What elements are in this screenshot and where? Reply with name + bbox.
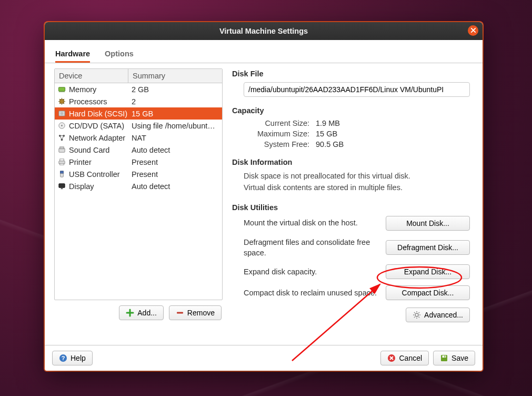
compact-disk-button[interactable]: Compact Disk... (386, 285, 470, 300)
device-name: USB Controller (69, 170, 120, 179)
cancel-icon (387, 354, 396, 362)
advanced-label: Advanced... (424, 311, 463, 319)
svg-point-5 (61, 125, 63, 126)
add-device-button[interactable]: Add... (119, 305, 164, 320)
table-row[interactable]: PrinterPresent (55, 156, 222, 168)
defragment-disk-button[interactable]: Defragment Disk... (386, 240, 470, 255)
device-summary: Using file /home/ubuntupit (128, 122, 222, 130)
plus-icon (126, 309, 134, 317)
disk-file-input[interactable] (244, 82, 470, 97)
remove-device-button[interactable]: Remove (169, 305, 222, 320)
svg-rect-14 (61, 171, 64, 174)
disk-file-title: Disk File (232, 70, 470, 78)
device-summary: Auto detect (128, 182, 222, 191)
svg-rect-12 (60, 159, 64, 161)
device-summary: Present (128, 158, 222, 166)
cpu-icon (58, 97, 66, 105)
device-table: Device Summary Memory2 GBProcessors2Hard… (54, 68, 223, 300)
tab-hardware[interactable]: Hardware (55, 49, 90, 63)
save-label: Save (451, 354, 468, 362)
device-summary: 15 GB (128, 110, 222, 118)
add-device-label: Add... (137, 309, 157, 317)
titlebar: Virtual Machine Settings (45, 22, 483, 40)
disk-icon (58, 110, 66, 117)
device-summary: Present (128, 170, 222, 179)
table-row[interactable]: USB ControllerPresent (55, 168, 222, 180)
gear-icon (413, 311, 421, 319)
column-header-device[interactable]: Device (55, 69, 128, 83)
system-free-label: System Free: (244, 140, 309, 148)
max-size-label: Maximum Size: (244, 130, 309, 138)
device-name: Sound Card (69, 146, 109, 154)
net-icon (58, 134, 66, 142)
device-summary: 2 GB (128, 85, 222, 94)
table-row[interactable]: Network AdapterNAT (55, 132, 222, 144)
window-close-button[interactable] (468, 25, 478, 36)
device-summary: 2 (128, 97, 222, 106)
table-row[interactable]: CD/DVD (SATA)Using file /home/ubuntupit (55, 120, 222, 132)
system-free-value: 90.5 GB (316, 140, 470, 148)
expand-disk-button[interactable]: Expand Disk... (386, 264, 470, 279)
device-table-header: Device Summary (55, 69, 222, 83)
disk-info-line2: Virtual disk contents are stored in mult… (244, 182, 470, 194)
svg-rect-18 (177, 312, 183, 314)
max-size-value: 15 GB (316, 130, 470, 138)
device-name: Display (69, 182, 94, 191)
table-row[interactable]: Processors2 (55, 95, 222, 107)
help-button[interactable]: ? Help (52, 351, 93, 365)
current-size-value: 1.9 MB (316, 119, 470, 127)
table-row[interactable]: DisplayAuto detect (55, 180, 222, 192)
table-row[interactable]: Sound CardAuto detect (55, 144, 222, 156)
svg-rect-25 (445, 356, 446, 358)
current-size-label: Current Size: (244, 119, 309, 127)
minus-icon (176, 309, 184, 317)
svg-rect-10 (60, 147, 64, 149)
cancel-button[interactable]: Cancel (380, 351, 429, 365)
save-button[interactable]: Save (433, 351, 475, 365)
defrag-desc: Defragment files and consolidate free sp… (244, 237, 377, 259)
sound-icon (58, 146, 66, 154)
device-name: Hard Disk (SCSI) (69, 110, 127, 118)
svg-point-19 (415, 313, 418, 316)
device-name: Memory (69, 85, 96, 94)
window-title: Virtual Machine Settings (219, 27, 308, 35)
mount-desc: Mount the virtual disk on the host. (244, 217, 377, 228)
device-name: CD/DVD (SATA) (69, 122, 124, 130)
tabs: Hardware Options (45, 40, 483, 63)
advanced-button[interactable]: Advanced... (406, 308, 470, 322)
svg-rect-13 (60, 163, 64, 165)
svg-point-3 (61, 112, 64, 115)
help-icon: ? (59, 354, 67, 362)
svg-rect-17 (61, 188, 63, 189)
usb-icon (58, 170, 66, 178)
svg-text:?: ? (62, 355, 65, 361)
device-summary: NAT (128, 134, 222, 142)
disk-info-title: Disk Information (232, 158, 470, 166)
settings-window: Virtual Machine Settings Hardware Option… (45, 22, 483, 371)
display-icon (58, 182, 66, 190)
svg-rect-24 (443, 355, 446, 358)
remove-device-label: Remove (187, 309, 215, 317)
help-label: Help (71, 354, 86, 362)
save-icon (440, 354, 448, 362)
svg-rect-1 (60, 100, 64, 104)
disk-utilities-title: Disk Utilities (232, 203, 470, 212)
memory-icon (58, 85, 66, 93)
expand-desc: Expand disk capacity. (244, 266, 377, 277)
cancel-label: Cancel (399, 354, 422, 362)
column-header-summary[interactable]: Summary (128, 69, 222, 83)
printer-icon (58, 158, 66, 166)
device-name: Processors (69, 97, 107, 106)
disk-info-line1: Disk space is not preallocated for this … (244, 171, 470, 182)
mount-disk-button[interactable]: Mount Disk... (386, 216, 470, 231)
table-row[interactable]: Hard Disk (SCSI)15 GB (55, 107, 222, 120)
capacity-title: Capacity (232, 106, 470, 115)
device-name: Network Adapter (69, 134, 125, 142)
svg-rect-16 (59, 184, 65, 188)
table-row[interactable]: Memory2 GB (55, 83, 222, 95)
cd-icon (58, 122, 66, 130)
device-name: Printer (69, 158, 92, 166)
close-icon (470, 26, 476, 35)
tab-options[interactable]: Options (105, 49, 134, 63)
svg-rect-15 (61, 174, 64, 177)
